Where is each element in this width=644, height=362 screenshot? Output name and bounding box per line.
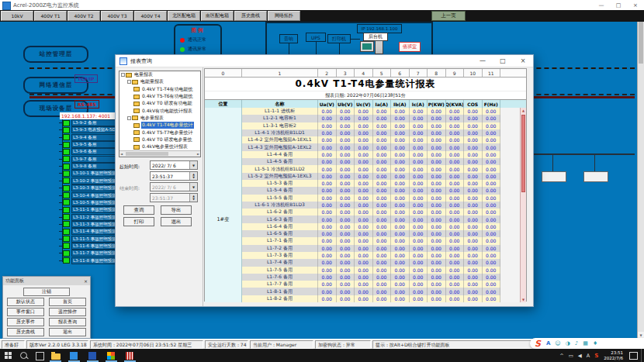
panel-button-8[interactable]: 退出 [49, 328, 86, 336]
column-number[interactable]: 8 [428, 69, 446, 77]
tab-2[interactable]: 400V T1 [34, 11, 67, 21]
table-row[interactable]: L1-1-1 进线柜0.000.000.000.000.000.000.000.… [242, 108, 521, 115]
table-row[interactable]: L1-6-3 备用0.000.000.000.000.000.000.000.0… [242, 215, 521, 222]
start-time-spinner[interactable]: 23:51:37 ▲▼ [150, 171, 198, 181]
table-row[interactable]: L1-4-2 室外用电预留A-1EXL10.000.000.000.000.00… [242, 136, 521, 143]
expand-icon[interactable]: - [127, 80, 131, 84]
table-row[interactable]: L1-6-5 备用0.000.000.000.000.000.000.000.0… [242, 230, 521, 237]
task-view-icon[interactable] [36, 352, 44, 360]
table-row[interactable]: L1-8-1 备用0.000.000.000.000.000.000.000.0… [242, 288, 521, 295]
table-row[interactable]: L1-4-5 备用0.000.000.000.000.000.000.000.0… [242, 158, 521, 165]
table-row[interactable]: L1-7-2 备用0.000.000.000.000.000.000.000.0… [242, 245, 521, 252]
dialog-minimize-button[interactable]: — [473, 55, 493, 67]
taskbar-clock[interactable]: 23:51 2022/7/6 [604, 350, 623, 360]
tree-group[interactable]: -电参量报表 [119, 115, 200, 122]
tab-9[interactable]: 网络拓扑 [268, 11, 300, 21]
column-number[interactable]: 11 [483, 69, 501, 77]
prev-page-button[interactable]: 上一页 [431, 11, 466, 21]
close-button[interactable]: × [627, 0, 644, 10]
taskbar-app-icon[interactable] [107, 352, 115, 360]
tray-volume-icon[interactable]: ◀ [578, 353, 582, 359]
dialog-button-1[interactable]: 查询 [123, 205, 154, 215]
panel-button-1[interactable]: 默认状态 [7, 298, 44, 306]
file-explorer-icon[interactable] [51, 353, 61, 360]
minimize-button[interactable]: — [593, 0, 610, 10]
table-row[interactable]: L1-7-5 备用0.000.000.000.000.000.000.000.0… [242, 267, 521, 274]
show-desktop-button[interactable] [641, 349, 644, 362]
dialog-titlebar[interactable]: 报表查询 — □ × [116, 55, 533, 67]
panel-button-2[interactable]: 首页 [49, 298, 86, 306]
panel-button-6[interactable]: 报表查询 [49, 318, 86, 326]
ime-mode-icon[interactable]: A [546, 340, 550, 346]
panel-button-5[interactable]: 历史事件 [7, 318, 44, 326]
table-row[interactable]: L1-7-1 备用0.000.000.000.000.000.000.000.0… [242, 237, 521, 244]
dialog-maximize-button[interactable]: □ [493, 55, 513, 67]
tray-display-icon[interactable]: ▭ [569, 353, 573, 359]
panel-button-4[interactable]: 遥控操作 [49, 308, 86, 316]
voice-icon[interactable]: ♪ [575, 340, 578, 346]
column-number[interactable]: 6 [391, 69, 410, 77]
column-number[interactable]: 3 [337, 69, 355, 77]
column-number[interactable]: 4 [355, 69, 373, 77]
skin-icon[interactable]: ◑ [566, 340, 570, 346]
table-row[interactable]: L1-4-1 冷冻机组B1LD10.000.000.000.000.000.00… [242, 129, 521, 136]
taskbar-app-icon[interactable] [126, 352, 133, 360]
table-row[interactable]: L1-8-2 备用0.000.000.000.000.000.000.000.0… [242, 295, 521, 302]
column-number[interactable]: 2 [318, 69, 337, 77]
taskbar-app-icon[interactable] [70, 352, 78, 360]
tree-group[interactable]: -电能量报表 [119, 78, 200, 85]
tree-item[interactable]: 0.4kV T0 研发有功电能 [119, 100, 200, 107]
dialog-button-3[interactable]: 打印 [123, 217, 154, 226]
taskbar-app-icon[interactable] [88, 352, 96, 360]
table-row[interactable]: L1-2-1 电容柜10.000.000.000.000.000.000.000… [242, 115, 521, 122]
action-center-icon[interactable] [629, 352, 638, 360]
sogou-logo-icon[interactable]: S [535, 339, 541, 349]
tab-5[interactable]: 400V T4 [134, 11, 167, 21]
column-number[interactable]: 9 [446, 69, 465, 77]
scrollbar-thumb[interactable] [639, 19, 643, 64]
table-row[interactable]: L1-7-3 备用0.000.000.000.000.000.000.000.0… [242, 252, 521, 259]
table-row[interactable]: L1-7-7 备用0.000.000.000.000.000.000.000.0… [242, 281, 521, 288]
column-number[interactable]: 5 [373, 69, 392, 77]
emoji-icon[interactable]: ☺ [555, 340, 560, 346]
ime-toolbar[interactable]: S A☺◑♪▦♦ [530, 338, 644, 349]
column-number[interactable]: 7 [410, 69, 428, 77]
column-number[interactable]: 1 [242, 69, 318, 77]
panel-close-icon[interactable]: × [84, 278, 88, 284]
tray-chevron-icon[interactable]: ^ [559, 353, 563, 359]
scroll-down-icon[interactable]: ▼ [521, 298, 526, 302]
keyboard-icon[interactable]: ▦ [583, 340, 588, 346]
dialog-close-button[interactable]: × [513, 55, 533, 67]
table-row[interactable]: L1-5-5 备用0.000.000.000.000.000.000.000.0… [242, 195, 521, 202]
tab-8[interactable]: 历史曲线 [234, 11, 267, 21]
spinner-icons[interactable]: ▲▼ [189, 172, 197, 180]
search-icon[interactable] [20, 352, 27, 359]
hscroll-thumb[interactable] [126, 152, 168, 156]
table-row[interactable]: L1-5-1 冷冻机组B1LD20.000.000.000.000.000.00… [242, 165, 521, 172]
tree-hscrollbar[interactable]: ◄ ► [119, 150, 200, 157]
logout-button[interactable]: 注销 [23, 288, 70, 296]
panel-button-3[interactable]: 事件窗口 [7, 308, 44, 316]
scroll-left-icon[interactable]: ◄ [120, 152, 123, 157]
table-row[interactable]: L1-5-4 备用0.000.000.000.000.000.000.000.0… [242, 187, 521, 194]
table-row[interactable]: L1-6-2 备用0.000.000.000.000.000.000.000.0… [242, 209, 521, 215]
maximize-button[interactable]: □ [610, 0, 627, 10]
tree-item[interactable]: 0.4kV电参量统计报表 [119, 143, 200, 150]
table-row[interactable]: L1-4-4 备用0.000.000.000.000.000.000.000.0… [242, 151, 521, 158]
function-panel-titlebar[interactable]: 功能面板 × [3, 277, 90, 285]
table-row[interactable]: L1-5-3 备用0.000.000.000.000.000.000.000.0… [242, 180, 521, 187]
scroll-up-icon[interactable]: ▲ [521, 109, 526, 112]
window-scrollbar[interactable]: ▲ ▼ [637, 10, 644, 339]
table-scrollbar[interactable]: ▲ ▼ [520, 108, 526, 302]
table-row[interactable]: L1-6-4 备用0.000.000.000.000.000.000.000.0… [242, 223, 521, 230]
table-row[interactable]: L1-3-1 电容柜20.000.000.000.000.000.000.000… [242, 122, 521, 129]
tray-sogou-icon[interactable]: S [594, 353, 598, 359]
expand-icon[interactable]: - [121, 73, 125, 77]
tree-item[interactable]: 0.4kV T1-T4有功电能统 [119, 86, 200, 93]
toolbox-icon[interactable]: ♦ [593, 340, 597, 346]
panel-button-7[interactable]: 历史曲线 [7, 328, 44, 336]
table-row[interactable]: L1-7-4 备用0.000.000.000.000.000.000.000.0… [242, 259, 521, 266]
tray-ime-indicator[interactable]: A [587, 353, 590, 359]
dialog-button-2[interactable]: 导出 [161, 205, 192, 215]
start-button-icon[interactable] [5, 352, 12, 359]
